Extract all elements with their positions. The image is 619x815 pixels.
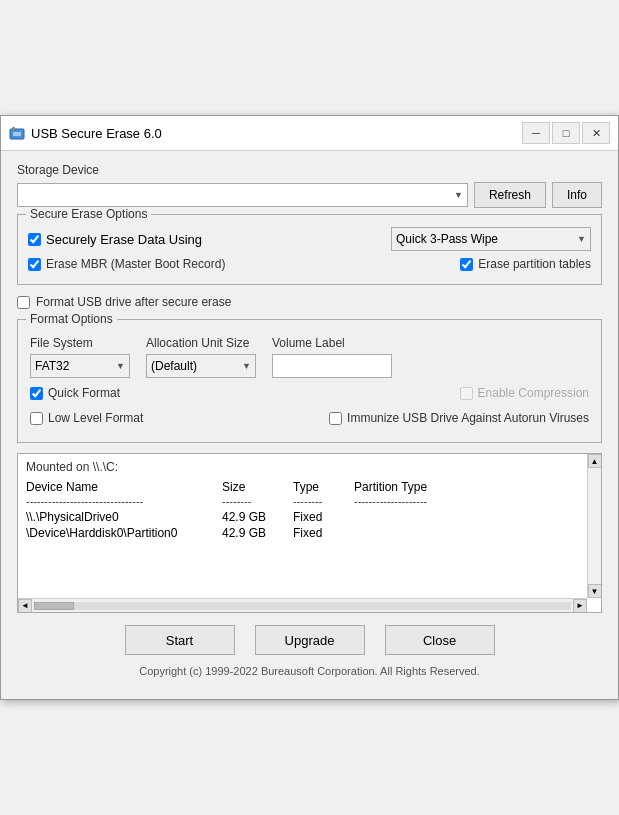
close-window-button[interactable]: ✕ [582,122,610,144]
device-info-scroll[interactable]: Mounted on \\.\C: Device Name Size Type … [18,454,601,598]
secure-erase-group: Secure Erase Options Securely Erase Data… [17,214,602,285]
div-size: -------- [222,495,277,507]
window-controls: ─ □ ✕ [522,122,610,144]
col-size: Size [222,480,277,494]
mbr-checkbox-row: Erase MBR (Master Boot Record) [28,257,225,271]
wipe-select-wrap: Quick 3-Pass Wipe Quick Pass Wipe DoD 7-… [391,227,591,251]
partition-checkbox-row: Erase partition tables [460,257,591,271]
device-select-wrap [17,183,468,207]
quick-format-checkbox[interactable] [30,387,43,400]
format-checks: Quick Format Enable Compression Low Leve… [30,386,589,430]
col-type: Type [293,480,338,494]
secure-erase-inner: Securely Erase Data Using Quick 3-Pass W… [28,227,591,276]
maximize-button[interactable]: □ [552,122,580,144]
divider-row: -------------------------------- -------… [26,495,583,507]
alloc-select[interactable]: (Default) 512 bytes 1024 bytes 2048 byte… [146,354,256,378]
device-select[interactable] [17,183,468,207]
device-table-row: \Device\Harddisk0\Partition0 42.9 GB Fix… [26,526,583,540]
immunize-checkbox[interactable] [329,412,342,425]
enable-compression-checkbox[interactable] [460,387,473,400]
erase-mbr-checkbox[interactable] [28,258,41,271]
wipe-method-select[interactable]: Quick 3-Pass Wipe Quick Pass Wipe DoD 7-… [391,227,591,251]
quick-format-row: Quick Format [30,386,120,400]
scroll-right-button[interactable]: ► [573,599,587,613]
scroll-up-button[interactable]: ▲ [588,454,602,468]
securely-erase-checkbox[interactable] [28,233,41,246]
erase-left: Securely Erase Data Using [28,232,202,247]
mounted-on-label: Mounted on \\.\C: [26,460,583,474]
main-window: USB Secure Erase 6.0 ─ □ ✕ Storage Devic… [0,115,619,700]
div-device: -------------------------------- [26,495,206,507]
device-table-row: \\.\PhysicalDrive0 42.9 GB Fixed [26,510,583,524]
erase-partition-label[interactable]: Erase partition tables [478,257,591,271]
volume-col: Volume Label USB [272,336,392,378]
format-fields-row: File System FAT32 FAT16 NTFS exFAT Alloc… [30,336,589,378]
content-area: Storage Device Refresh Info Secure Erase… [1,151,618,699]
scrollbar-vertical[interactable]: ▲ ▼ [587,454,601,598]
window-title: USB Secure Erase 6.0 [31,126,522,141]
filesystem-col: File System FAT32 FAT16 NTFS exFAT [30,336,130,378]
volume-label: Volume Label [272,336,392,350]
volume-input[interactable]: USB [272,354,392,378]
format-options-group: Format Options File System FAT32 FAT16 N… [17,319,602,443]
svg-rect-2 [13,132,21,136]
row-type: Fixed [293,526,338,540]
scroll-thumb-h [34,602,74,610]
scroll-track-h [34,602,571,610]
device-info-box: Mounted on \\.\C: Device Name Size Type … [17,453,602,613]
erase-options-row: Securely Erase Data Using Quick 3-Pass W… [28,227,591,251]
filesystem-select-wrap: FAT32 FAT16 NTFS exFAT [30,354,130,378]
app-icon [9,125,25,141]
format-options-title: Format Options [26,312,117,326]
row-name: \Device\Harddisk0\Partition0 [26,526,206,540]
alloc-select-wrap: (Default) 512 bytes 1024 bytes 2048 byte… [146,354,256,378]
quick-format-label[interactable]: Quick Format [48,386,120,400]
format-usb-checkbox[interactable] [17,296,30,309]
alloc-label: Allocation Unit Size [146,336,256,350]
immunize-label[interactable]: Immunize USB Drive Against Autorun Virus… [347,411,589,425]
scrollbar-horizontal[interactable]: ◄ ► [18,598,587,612]
erase-mbr-label[interactable]: Erase MBR (Master Boot Record) [46,257,225,271]
filesystem-select[interactable]: FAT32 FAT16 NTFS exFAT [30,354,130,378]
title-bar: USB Secure Erase 6.0 ─ □ ✕ [1,116,618,151]
immunize-row: Immunize USB Drive Against Autorun Virus… [329,411,589,425]
mbr-row: Erase MBR (Master Boot Record) Erase par… [28,257,591,276]
storage-row: Refresh Info [17,182,602,208]
bottom-buttons: Start Upgrade Close [17,625,602,655]
low-level-row: Low Level Format [30,411,143,425]
row-size: 42.9 GB [222,526,277,540]
low-level-label[interactable]: Low Level Format [48,411,143,425]
info-button[interactable]: Info [552,182,602,208]
copyright-text: Copyright (c) 1999-2022 Bureausoft Corpo… [17,665,602,687]
format-usb-row: Format USB drive after secure erase [17,295,602,309]
col-partition: Partition Type [354,480,427,494]
enable-compression-label: Enable Compression [478,386,589,400]
svg-rect-1 [12,127,15,130]
alloc-col: Allocation Unit Size (Default) 512 bytes… [146,336,256,378]
securely-erase-label[interactable]: Securely Erase Data Using [46,232,202,247]
div-partition: -------------------- [354,495,427,507]
enable-compression-row: Enable Compression [460,386,589,400]
upgrade-button[interactable]: Upgrade [255,625,365,655]
erase-partition-checkbox[interactable] [460,258,473,271]
low-level-checkbox[interactable] [30,412,43,425]
scroll-down-button[interactable]: ▼ [588,584,602,598]
div-type: -------- [293,495,338,507]
col-device-name: Device Name [26,480,206,494]
refresh-button[interactable]: Refresh [474,182,546,208]
storage-label: Storage Device [17,163,602,177]
format-usb-label[interactable]: Format USB drive after secure erase [36,295,231,309]
minimize-button[interactable]: ─ [522,122,550,144]
secure-erase-title: Secure Erase Options [26,207,151,221]
row-size: 42.9 GB [222,510,277,524]
start-button[interactable]: Start [125,625,235,655]
close-button[interactable]: Close [385,625,495,655]
filesystem-label: File System [30,336,130,350]
device-table-header: Device Name Size Type Partition Type [26,480,583,494]
scroll-left-button[interactable]: ◄ [18,599,32,613]
device-rows: \\.\PhysicalDrive0 42.9 GB Fixed \Device… [26,510,583,540]
row-name: \\.\PhysicalDrive0 [26,510,206,524]
row-type: Fixed [293,510,338,524]
